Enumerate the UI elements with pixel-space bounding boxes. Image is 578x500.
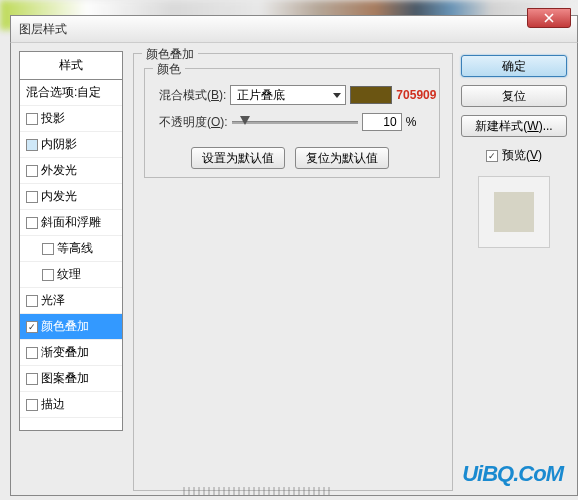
close-button[interactable] bbox=[527, 8, 571, 28]
sidebar-item-7[interactable]: 光泽 bbox=[20, 288, 122, 314]
preview-checkbox[interactable] bbox=[486, 150, 498, 162]
sidebar-item-6[interactable]: 纹理 bbox=[20, 262, 122, 288]
sidebar-checkbox[interactable] bbox=[42, 269, 54, 281]
sidebar-item-4[interactable]: 斜面和浮雕 bbox=[20, 210, 122, 236]
sidebar-checkbox[interactable] bbox=[26, 165, 38, 177]
window-title: 图层样式 bbox=[11, 21, 67, 38]
sidebar-header[interactable]: 样式 bbox=[20, 52, 122, 80]
opacity-row: 不透明度(O): 10 % bbox=[159, 113, 416, 131]
blend-mode-row: 混合模式(B): 正片叠底 705909 bbox=[159, 85, 436, 105]
sidebar-item-1[interactable]: 内阴影 bbox=[20, 132, 122, 158]
sidebar-checkbox[interactable] bbox=[26, 295, 38, 307]
watermark: UiBQ.CoM bbox=[462, 461, 563, 487]
sidebar-checkbox[interactable] bbox=[26, 113, 38, 125]
opacity-unit: % bbox=[406, 115, 417, 129]
sidebar-item-0[interactable]: 投影 bbox=[20, 106, 122, 132]
styles-sidebar: 样式 混合选项:自定 投影内阴影外发光内发光斜面和浮雕等高线纹理光泽颜色叠加渐变… bbox=[19, 51, 123, 431]
sidebar-item-2[interactable]: 外发光 bbox=[20, 158, 122, 184]
sidebar-item-label: 纹理 bbox=[57, 266, 81, 283]
sidebar-item-label: 外发光 bbox=[41, 162, 77, 179]
color-overlay-group: 颜色叠加 颜色 混合模式(B): 正片叠底 705909 不透明度(O): 10… bbox=[133, 53, 453, 491]
titlebar: 图层样式 bbox=[10, 15, 578, 43]
blend-mode-select[interactable]: 正片叠底 bbox=[230, 85, 346, 105]
preview-box bbox=[478, 176, 550, 248]
ok-button[interactable]: 确定 bbox=[461, 55, 567, 77]
sidebar-checkbox[interactable] bbox=[42, 243, 54, 255]
sidebar-item-label: 投影 bbox=[41, 110, 65, 127]
sidebar-item-label: 图案叠加 bbox=[41, 370, 89, 387]
sidebar-item-label: 斜面和浮雕 bbox=[41, 214, 101, 231]
sidebar-checkbox[interactable] bbox=[26, 399, 38, 411]
set-default-button[interactable]: 设置为默认值 bbox=[191, 147, 285, 169]
sidebar-item-label: 渐变叠加 bbox=[41, 344, 89, 361]
sidebar-blending-options[interactable]: 混合选项:自定 bbox=[20, 80, 122, 106]
reset-default-button[interactable]: 复位为默认值 bbox=[295, 147, 389, 169]
blend-mode-label: 混合模式(B): bbox=[159, 87, 226, 104]
sidebar-item-label: 颜色叠加 bbox=[41, 318, 89, 335]
preview-swatch bbox=[494, 192, 534, 232]
opacity-slider[interactable] bbox=[232, 117, 358, 127]
sidebar-item-3[interactable]: 内发光 bbox=[20, 184, 122, 210]
sidebar-item-label: 光泽 bbox=[41, 292, 65, 309]
close-icon bbox=[544, 13, 554, 23]
sidebar-checkbox[interactable] bbox=[26, 321, 38, 333]
color-hex: 705909 bbox=[396, 88, 436, 102]
color-swatch[interactable] bbox=[350, 86, 392, 104]
color-subgroup-title: 颜色 bbox=[153, 61, 185, 78]
sidebar-item-5[interactable]: 等高线 bbox=[20, 236, 122, 262]
slider-thumb[interactable] bbox=[240, 116, 250, 125]
sidebar-checkbox[interactable] bbox=[26, 347, 38, 359]
sidebar-checkbox[interactable] bbox=[26, 191, 38, 203]
sidebar-item-10[interactable]: 图案叠加 bbox=[20, 366, 122, 392]
opacity-input[interactable]: 10 bbox=[362, 113, 402, 131]
color-subgroup: 颜色 混合模式(B): 正片叠底 705909 不透明度(O): 10 % bbox=[144, 68, 440, 178]
sidebar-item-label: 内阴影 bbox=[41, 136, 77, 153]
preview-checkbox-row[interactable]: 预览(V) bbox=[461, 147, 567, 164]
sidebar-item-9[interactable]: 渐变叠加 bbox=[20, 340, 122, 366]
chevron-down-icon bbox=[333, 93, 341, 98]
sidebar-checkbox[interactable] bbox=[26, 373, 38, 385]
default-buttons-row: 设置为默认值 复位为默认值 bbox=[191, 147, 389, 169]
sidebar-item-11[interactable]: 描边 bbox=[20, 392, 122, 418]
sidebar-item-8[interactable]: 颜色叠加 bbox=[20, 314, 122, 340]
opacity-label: 不透明度(O): bbox=[159, 114, 228, 131]
sidebar-item-label: 内发光 bbox=[41, 188, 77, 205]
sidebar-checkbox[interactable] bbox=[26, 139, 38, 151]
dialog-body: 样式 混合选项:自定 投影内阴影外发光内发光斜面和浮雕等高线纹理光泽颜色叠加渐变… bbox=[10, 42, 578, 496]
reset-button[interactable]: 复位 bbox=[461, 85, 567, 107]
preview-label: 预览(V) bbox=[502, 147, 542, 164]
right-column: 确定 复位 新建样式(W)... 预览(V) bbox=[461, 55, 567, 248]
sidebar-item-label: 描边 bbox=[41, 396, 65, 413]
new-style-button[interactable]: 新建样式(W)... bbox=[461, 115, 567, 137]
barcode-decoration bbox=[183, 487, 333, 495]
sidebar-item-label: 等高线 bbox=[57, 240, 93, 257]
sidebar-checkbox[interactable] bbox=[26, 217, 38, 229]
